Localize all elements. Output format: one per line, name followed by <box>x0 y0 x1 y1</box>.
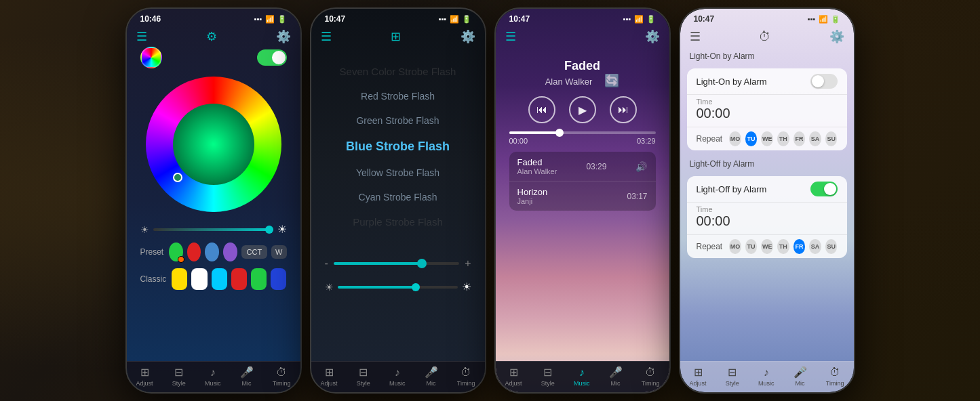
color-wheel[interactable] <box>146 77 281 212</box>
speed-plus[interactable]: + <box>465 257 471 270</box>
phone-3: 10:47 ▪▪▪ 📶 🔋 ☰ ⚙ ⚙️ Faded Alan Walker 🔄 <box>494 7 671 394</box>
classic-yellow[interactable] <box>172 268 187 290</box>
strobe-item-cyan[interactable]: Cyan Strobe Flash <box>311 186 485 208</box>
battery-icon-4: 🔋 <box>831 15 840 24</box>
day-mo-off[interactable]: MO <box>729 239 741 254</box>
speed-minus[interactable]: - <box>325 257 328 270</box>
light-on-header: Light-On by Alarm <box>680 47 854 64</box>
nav-adjust-1[interactable]: ⊞ Adjust <box>136 366 153 387</box>
brightness-slider-2[interactable] <box>338 286 458 289</box>
day-th-off[interactable]: TH <box>777 239 789 254</box>
settings-icon-2[interactable]: ⚙️ <box>460 29 475 44</box>
speed-slider[interactable] <box>334 262 459 265</box>
brightness-thumb[interactable] <box>265 226 273 234</box>
strobe-item-red[interactable]: Red Strobe Flash <box>311 85 485 107</box>
settings-icon-4[interactable]: ⚙️ <box>829 29 844 44</box>
brightness-slider[interactable] <box>153 228 273 231</box>
classic-red[interactable] <box>231 268 247 290</box>
nav-music-3[interactable]: ♪ Music <box>574 366 590 387</box>
menu-icon[interactable]: ☰ <box>136 29 147 44</box>
color-preview[interactable] <box>140 47 162 68</box>
day-su-on[interactable]: SU <box>825 131 838 146</box>
light-off-time-value[interactable]: 00:00 <box>697 213 838 229</box>
grid-icon-2[interactable]: ⊞ <box>391 29 401 44</box>
power-toggle[interactable] <box>257 49 287 66</box>
day-mo-on[interactable]: MO <box>729 131 741 146</box>
next-button[interactable]: ⏭ <box>610 96 637 123</box>
day-su-off[interactable]: SU <box>825 239 838 254</box>
strobe-item-green[interactable]: Green Strobe Flash <box>311 110 485 131</box>
nav-mic-3[interactable]: 🎤 Mic <box>609 366 623 387</box>
classic-white[interactable] <box>191 268 207 290</box>
menu-icon-2[interactable]: ☰ <box>321 29 332 44</box>
wheel-handle[interactable] <box>173 173 182 182</box>
settings-icon[interactable]: ⚙️ <box>276 29 291 44</box>
day-tu-off[interactable]: TU <box>745 239 758 254</box>
progress-bar[interactable] <box>509 131 656 134</box>
light-on-time-value[interactable]: 00:00 <box>697 106 838 121</box>
playlist-item-2[interactable]: Horizon Janji 03:17 <box>509 182 656 211</box>
nav-adjust-2[interactable]: ⊞ Adjust <box>321 366 338 387</box>
adjust-icon-2: ⊞ <box>325 366 334 379</box>
preset-blue[interactable] <box>205 242 219 261</box>
day-sa-on[interactable]: SA <box>809 131 821 146</box>
nav-music-1[interactable]: ♪ Music <box>205 366 221 387</box>
speed-thumb[interactable] <box>417 259 427 268</box>
nav-timing-4[interactable]: ⏱ Timing <box>826 366 844 387</box>
nav-music-4[interactable]: ♪ Music <box>758 366 775 387</box>
nav-timing-1[interactable]: ⏱ Timing <box>273 366 291 387</box>
playlist-item-1[interactable]: Faded Alan Walker 03:29 🔊 <box>509 152 656 182</box>
battery-icon: 🔋 <box>277 15 287 24</box>
time-row: 00:00 03:29 <box>509 137 656 145</box>
nav-mic-4[interactable]: 🎤 Mic <box>793 366 807 387</box>
play-button[interactable]: ▶ <box>569 96 596 123</box>
menu-icon-4[interactable]: ☰ <box>690 29 701 44</box>
prev-button[interactable]: ⏮ <box>528 96 555 123</box>
strobe-item-yellow[interactable]: Yellow Strobe Flash <box>311 162 485 184</box>
nav-adjust-4[interactable]: ⊞ Adjust <box>690 366 707 387</box>
classic-green[interactable] <box>251 268 267 290</box>
settings-icon-3[interactable]: ⚙️ <box>645 29 660 44</box>
nav-mic-2[interactable]: 🎤 Mic <box>425 366 438 387</box>
classic-blue[interactable] <box>271 268 286 290</box>
nav-style-4[interactable]: ⊟ Style <box>726 366 739 387</box>
nav-mic-1[interactable]: 🎤 Mic <box>240 366 254 387</box>
day-we-off[interactable]: WE <box>761 239 773 254</box>
nav-style-2[interactable]: ⊟ Style <box>357 366 370 387</box>
nav-music-2[interactable]: ♪ Music <box>389 366 406 387</box>
nav-adjust-3[interactable]: ⊞ Adjust <box>505 366 522 387</box>
strobe-item-blue[interactable]: Blue Strobe Flash <box>311 134 485 159</box>
timer-icon-4[interactable]: ⏱ <box>759 30 771 44</box>
day-fr-on[interactable]: FR <box>793 131 806 146</box>
menu-icon-3[interactable]: ☰ <box>505 29 516 44</box>
repeat-button[interactable]: 🔄 <box>604 73 619 88</box>
classic-cyan[interactable] <box>212 268 227 290</box>
day-we-on[interactable]: WE <box>761 131 773 146</box>
day-sa-off[interactable]: SA <box>809 239 821 254</box>
brightness-thumb-2[interactable] <box>412 283 420 291</box>
day-th-on[interactable]: TH <box>777 131 789 146</box>
pl-duration-2: 03:17 <box>627 192 647 201</box>
nav-timing-3[interactable]: ⏱ Timing <box>642 366 660 387</box>
day-fr-off[interactable]: FR <box>793 239 806 254</box>
preset-green[interactable] <box>169 242 183 261</box>
cct-tag[interactable]: CCT <box>241 245 268 259</box>
w-tag[interactable]: W <box>271 245 286 259</box>
preset-purple[interactable] <box>223 242 237 261</box>
nav-style-3[interactable]: ⊟ Style <box>541 366 555 387</box>
light-on-row[interactable]: Light-On by Alarm <box>687 68 847 95</box>
strobe-item-seven[interactable]: Seven Color Strobe Flash <box>311 60 485 83</box>
song-title: Faded <box>564 59 600 73</box>
light-off-repeat-label: Repeat <box>697 242 723 251</box>
day-tu-on[interactable]: TU <box>745 131 758 146</box>
light-off-row[interactable]: Light-Off by Alarm <box>687 176 847 203</box>
light-on-toggle[interactable] <box>810 74 838 89</box>
light-off-toggle[interactable] <box>810 182 838 196</box>
nav-style-1[interactable]: ⊟ Style <box>172 366 186 387</box>
phone-1-screen: 10:46 ▪▪▪ 📶 🔋 ☰ ⚙ ⚙️ <box>127 9 300 392</box>
sliders-icon[interactable]: ⚙ <box>206 29 217 44</box>
strobe-item-purple[interactable]: Purple Strobe Flash <box>311 211 485 233</box>
classic-row: Classic <box>134 266 294 293</box>
nav-timing-2[interactable]: ⏱ Timing <box>457 366 475 387</box>
preset-red[interactable] <box>187 242 201 261</box>
